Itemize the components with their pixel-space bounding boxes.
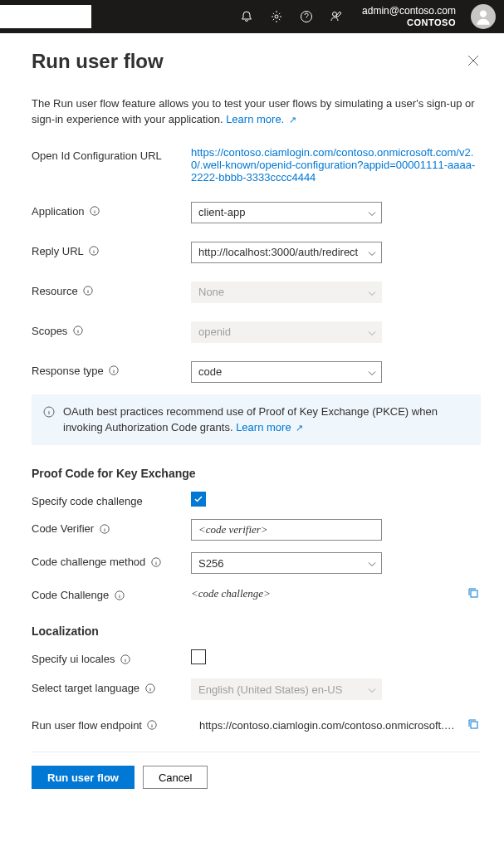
info-icon	[43, 406, 55, 436]
resource-select[interactable]: None	[191, 282, 382, 303]
svg-point-0	[275, 15, 278, 18]
avatar[interactable]	[471, 4, 496, 29]
response-type-select[interactable]: code	[191, 361, 382, 383]
search-input[interactable]	[0, 5, 91, 28]
code-challenge-method-label: Code challenge method	[32, 556, 145, 568]
info-icon[interactable]	[72, 326, 83, 336]
gear-icon[interactable]	[269, 9, 284, 24]
reply-url-select[interactable]: http://localhost:3000/auth/redirect	[191, 242, 382, 263]
openid-url-label: Open Id Configuration URL	[32, 146, 191, 162]
openid-url-value: https://contoso.ciamlogin.com/contoso.on…	[191, 146, 481, 184]
svg-rect-13	[471, 590, 477, 597]
code-verifier-input[interactable]: <code verifier>	[191, 519, 382, 541]
info-icon[interactable]	[150, 556, 161, 567]
svg-rect-17	[471, 722, 477, 728]
learn-more-link[interactable]: Learn more. ↗	[226, 113, 296, 125]
intro-text: The Run user flow feature allows you to …	[32, 96, 481, 128]
pkce-info-callout: OAuth best practices recommend use of Pr…	[32, 394, 481, 446]
help-icon[interactable]	[299, 9, 314, 24]
endpoint-label: Run user flow endpoint	[32, 719, 142, 732]
code-challenge-method-select[interactable]: S256	[191, 552, 382, 574]
account-email: admin@contoso.com	[362, 5, 456, 17]
select-target-language-label: Select target language	[32, 682, 139, 694]
run-user-flow-panel: Run user flow The Run user flow feature …	[0, 33, 504, 809]
svg-point-3	[480, 10, 487, 17]
info-icon[interactable]	[99, 523, 110, 534]
info-icon[interactable]	[114, 590, 125, 600]
close-icon[interactable]	[467, 55, 481, 68]
account-tenant: CONTOSO	[362, 17, 456, 28]
specify-ui-locales-label: Specify ui locales	[32, 653, 115, 665]
specify-code-challenge-checkbox[interactable]	[191, 492, 206, 507]
endpoint-value: https://contoso.ciamlogin.com/contoso.on…	[199, 719, 459, 732]
info-icon[interactable]	[83, 286, 94, 296]
run-user-flow-button[interactable]: Run user flow	[32, 766, 135, 789]
target-language-select[interactable]: English (United States) en-US	[191, 678, 382, 700]
chevron-down-icon	[368, 246, 376, 258]
reply-url-label: Reply URL	[32, 245, 84, 257]
chevron-down-icon	[368, 286, 376, 298]
code-challenge-value: <code challenge>	[191, 587, 467, 600]
divider	[32, 752, 481, 752]
account-info[interactable]: admin@contoso.com CONTOSO	[362, 5, 456, 28]
code-challenge-label: Code Challenge	[32, 589, 109, 601]
code-verifier-label: Code Verifier	[32, 522, 94, 535]
localization-heading: Localization	[32, 624, 481, 638]
openid-url-link[interactable]: https://contoso.ciamlogin.com/contoso.on…	[191, 146, 475, 184]
cancel-button[interactable]: Cancel	[143, 766, 208, 789]
pkce-heading: Proof Code for Key Exchange	[32, 467, 481, 480]
application-label: Application	[32, 205, 85, 218]
feedback-icon[interactable]	[329, 9, 344, 24]
chevron-down-icon	[368, 326, 376, 338]
copy-icon[interactable]	[467, 718, 481, 732]
top-bar: admin@contoso.com CONTOSO	[0, 0, 504, 33]
scopes-label: Scopes	[32, 325, 67, 337]
chevron-down-icon	[368, 206, 376, 218]
copy-icon[interactable]	[467, 587, 481, 600]
callout-learn-more-link[interactable]: Learn more ↗	[236, 421, 303, 433]
chevron-down-icon	[368, 557, 376, 570]
specify-ui-locales-checkbox[interactable]	[191, 649, 206, 664]
resource-label: Resource	[32, 285, 78, 297]
info-icon[interactable]	[120, 654, 130, 664]
svg-point-2	[333, 12, 337, 17]
specify-code-challenge-label: Specify code challenge	[32, 495, 143, 507]
scopes-select[interactable]: openid	[191, 321, 382, 343]
info-icon[interactable]	[90, 206, 100, 217]
response-type-label: Response type	[32, 365, 104, 377]
panel-title: Run user flow	[32, 50, 164, 73]
application-select[interactable]: client-app	[191, 202, 382, 223]
chevron-down-icon	[368, 365, 376, 378]
info-icon[interactable]	[89, 246, 100, 257]
info-icon[interactable]	[109, 365, 120, 376]
info-icon[interactable]	[144, 683, 155, 693]
notifications-icon[interactable]	[239, 9, 254, 24]
chevron-down-icon	[368, 683, 376, 696]
info-icon[interactable]	[147, 720, 158, 731]
